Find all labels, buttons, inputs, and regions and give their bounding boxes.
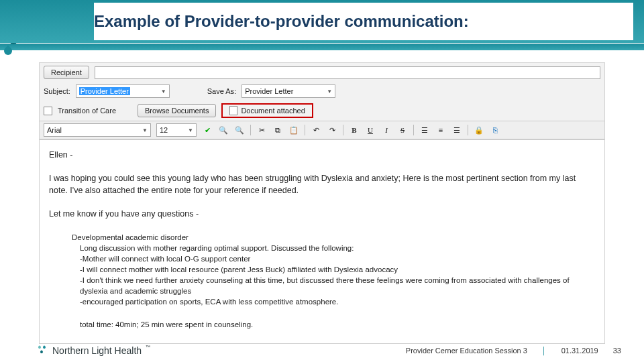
paste-icon[interactable]: 📋 [288,125,299,135]
attached-label: Document attached [241,107,305,115]
bold-icon[interactable]: B [349,125,360,135]
title-banner: Example of Provider-to-provider communic… [0,0,644,43]
slide-footer: Northern Light Health ™ Provider Cerner … [0,345,644,357]
slide-title: Example of Provider-to-provider communic… [94,3,633,40]
transition-label: Transition of Care [58,107,116,115]
subject-row: Subject: Provider Letter ▼ Save As: Prov… [40,82,604,101]
letter-n1: Long discussion with mother regarding op… [80,243,595,253]
undo-icon[interactable]: ↶ [311,125,321,135]
chevron-down-icon: ▼ [327,88,332,95]
chevron-down-icon: ▼ [161,88,166,95]
formatting-toolbar: Arial ▼ 12 ▼ ✔ 🔍 🔍 ✂ ⧉ 📋 ↶ ↷ B U I S ☰ ≡… [40,121,604,139]
spellcheck-icon[interactable]: ✔ [202,125,213,135]
letter-p2: Let me know if you have any questions - [49,208,595,221]
align-center-icon[interactable]: ≡ [435,125,446,135]
options-row: Transition of Care Browse Documents Docu… [40,101,604,121]
letter-n3: -I will connect mother with local resour… [80,264,595,275]
cut-icon[interactable]: ✂ [256,125,267,135]
separator [305,125,305,135]
document-attached-badge: Document attached [221,103,313,118]
recipient-row: Recipient [40,63,604,82]
footer-date: 01.31.2019 [561,347,598,355]
brand-name: Northern Light Health [52,345,142,356]
transition-checkbox[interactable] [44,107,52,115]
logo-icon [36,345,48,357]
message-body[interactable]: Ellen - I was hoping you could see this … [40,139,604,343]
chevron-down-icon: ▼ [142,127,148,133]
saveas-label: Save As: [207,87,236,95]
separator [413,125,414,135]
page-number: 33 [613,347,621,355]
align-left-icon[interactable]: ☰ [419,125,430,135]
letter-n2: -Mother will connect with local O-G supp… [80,253,595,264]
token-icon[interactable]: ⎘ [490,125,500,135]
letter-n4: -I don't think we need further anxiety c… [80,275,595,296]
fontsize-dropdown[interactable]: 12 ▼ [156,123,197,137]
zoom-in-icon[interactable]: 🔍 [218,125,229,135]
message-composer: Recipient Subject: Provider Letter ▼ Sav… [39,62,605,344]
recipient-input[interactable] [95,66,600,79]
title-underline [0,43,644,50]
fontsize-value: 12 [160,126,168,134]
italic-icon[interactable]: I [381,125,392,135]
session-label: Provider Cerner Education Session 3 [406,347,527,355]
saveas-value: Provider Letter [245,87,293,95]
subject-value: Provider Letter [79,87,130,95]
subject-label: Subject: [44,87,70,95]
letter-greeting: Ellen - [49,149,595,162]
zoom-out-icon[interactable]: 🔍 [234,125,245,135]
strike-icon[interactable]: S [397,125,408,135]
browse-documents-button[interactable]: Browse Documents [138,104,216,117]
separator [250,125,251,135]
lock-icon[interactable]: 🔒 [474,125,484,135]
subject-dropdown[interactable]: Provider Letter ▼ [76,84,170,98]
align-right-icon[interactable]: ☰ [451,125,462,135]
copy-icon[interactable]: ⧉ [272,125,283,135]
redo-icon[interactable]: ↷ [327,125,337,135]
brand-logo: Northern Light Health ™ [36,345,150,357]
letter-dx: Developmental academic disorder [72,232,595,243]
saveas-dropdown[interactable]: Provider Letter ▼ [241,84,335,98]
separator [343,125,343,135]
chevron-down-icon: ▼ [188,127,193,133]
separator [468,125,468,135]
recipient-button[interactable]: Recipient [44,66,89,79]
footer-separator: │ [542,347,547,355]
font-value: Arial [47,126,62,134]
underline-icon[interactable]: U [365,125,376,135]
letter-n5: -encouraged participation on sports, ECA… [80,296,595,307]
letter-n6: total time: 40min; 25 min were spent in … [80,319,595,330]
document-icon [229,106,237,115]
letter-p1: I was hoping you could see this young la… [49,173,595,196]
font-dropdown[interactable]: Arial ▼ [44,123,151,137]
